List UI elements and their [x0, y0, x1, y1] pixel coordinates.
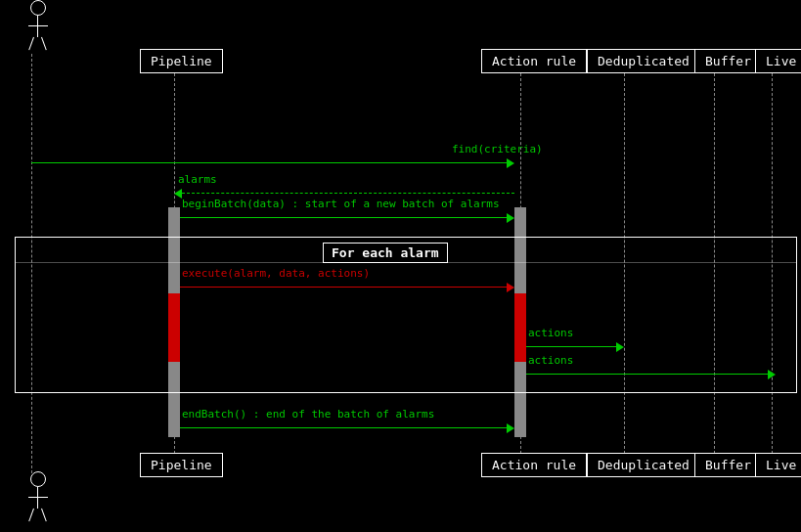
arrow-actions-2: actions — [526, 370, 776, 379]
arrow-begin-batch: beginBatch(data) : start of a new batch … — [180, 213, 514, 223]
fragment-divider — [15, 262, 797, 263]
arrow-find-criteria: find(criteria) — [31, 158, 514, 168]
actor-pipeline-bottom: Pipeline — [140, 453, 223, 477]
arrow-label-actions-1: actions — [528, 327, 573, 339]
arrow-label-begin-batch: beginBatch(data) : start of a new batch … — [182, 198, 500, 210]
actor-live-bottom: Live — [755, 453, 801, 477]
arrow-label-end-batch: endBatch() : end of the batch of alarms — [182, 408, 434, 421]
arrow-label-alarms: alarms — [178, 173, 217, 186]
actor-deduplicated-top: Deduplicated — [587, 49, 700, 73]
actor-pipeline-top: Pipeline — [140, 49, 223, 73]
arrow-label-actions-2: actions — [528, 354, 573, 367]
actor-buffer-top: Buffer — [694, 49, 762, 73]
actor-live-top: Live — [755, 49, 801, 73]
actor-buffer-bottom: Buffer — [694, 453, 762, 477]
actor-action-rule-top: Action rule — [481, 49, 587, 73]
fragment-label-for-each-alarm: For each alarm — [323, 243, 448, 263]
arrow-end-batch: endBatch() : end of the batch of alarms — [180, 423, 514, 433]
arrow-actions-1: actions — [526, 342, 624, 352]
actor-action-rule-bottom: Action rule — [481, 453, 587, 477]
arrow-label-find-criteria: find(criteria) — [452, 143, 543, 155]
actor-deduplicated-bottom: Deduplicated — [587, 453, 700, 477]
arrow-execute: execute(alarm, data, actions) — [180, 283, 514, 292]
arrow-label-execute: execute(alarm, data, actions) — [182, 267, 370, 280]
sequence-diagram: Pipeline Action rule Deduplicated Buffer… — [0, 0, 801, 532]
